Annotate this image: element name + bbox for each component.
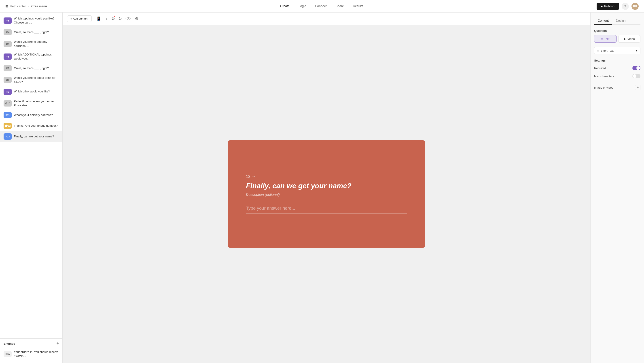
question-item-7[interactable]: ⊘ 7 Great, so that's ___ , right? [0, 63, 62, 74]
question-badge-10: ⊘ 10 [4, 100, 12, 107]
question-text-8: Would you like to add a drink for $1.00? [14, 76, 59, 84]
question-description[interactable]: Description (optional) [246, 193, 407, 197]
settings-title: Settings [594, 59, 640, 62]
top-navigation: ⊞ Help center › Pizza menu Create Logic … [0, 0, 644, 13]
question-badge-7: ⊘ 7 [4, 65, 12, 71]
question-badge-6: ≡ 6 [4, 54, 12, 60]
notification-dot [114, 16, 116, 17]
text-label: Text [604, 37, 610, 41]
max-characters-toggle[interactable] [632, 74, 640, 78]
gear-icon[interactable]: ⚙ [135, 16, 138, 21]
text-icon: ≡ [601, 37, 603, 41]
video-icon: ▶ [624, 37, 626, 41]
breadcrumb-separator: › [28, 5, 29, 8]
type-text-button[interactable]: ≡ Text [594, 35, 616, 43]
code-icon[interactable]: </> [126, 16, 131, 21]
question-item-13[interactable]: ≡ 13 Finally, can we get your name? [0, 131, 62, 142]
max-characters-label: Max characters [594, 75, 614, 78]
ending-badge: ▤ A [4, 351, 12, 357]
tab-content[interactable]: Content [594, 17, 612, 25]
question-badge-13: ≡ 13 [4, 133, 12, 140]
tab-share[interactable]: Share [331, 3, 348, 10]
sidebar: ≡ 3 Which toppings would you like? Choos… [0, 13, 62, 363]
main-layout: ≡ 3 Which toppings would you like? Choos… [0, 13, 644, 363]
canvas-wrapper: 13 → Finally, can we get your name? Desc… [62, 25, 590, 363]
avatar[interactable]: RH [632, 3, 639, 10]
question-text-6: Which ADDITIONAL toppings would you... [14, 53, 59, 61]
question-text-4: Great, so that's ___ , right? [14, 30, 59, 34]
mobile-preview-icon[interactable]: 📱 [96, 16, 101, 21]
publish-play-icon: ▶ [601, 5, 603, 8]
question-text-12: Thanks! And your phone number? [14, 124, 59, 128]
question-text-7: Great, so that's ___ , right? [14, 66, 59, 70]
question-canvas: 13 → Finally, can we get your name? Desc… [228, 140, 425, 248]
help-button[interactable]: ? [622, 3, 629, 10]
right-panel: Content Design Question ≡ Text ▶ Video ≡… [590, 13, 644, 363]
refresh-icon[interactable]: ↻ [118, 16, 122, 21]
question-item-10[interactable]: ⊘ 10 Perfect! Let's review your order. P… [0, 97, 62, 110]
question-text-5: Would you like to add any additional... [14, 40, 59, 48]
tab-connect[interactable]: Connect [310, 3, 331, 10]
max-characters-setting: Max characters [594, 74, 640, 78]
question-item-8[interactable]: ⊘ 8 Would you like to add a drink for $1… [0, 74, 62, 86]
short-text-icon: ≡ [597, 49, 599, 52]
breadcrumb: ⊞ Help center › Pizza menu [5, 5, 47, 8]
ending-item-1[interactable]: ▤ A Your order's in! You should receive … [4, 348, 59, 360]
question-title[interactable]: Finally, can we get your name? [246, 182, 407, 190]
image-video-section: Image or video + [594, 83, 640, 92]
breadcrumb-parent[interactable]: Help center [10, 5, 26, 8]
question-item-3[interactable]: ≡ 3 Which toppings would you like? Choos… [0, 14, 62, 27]
question-item-6[interactable]: ≡ 6 Which ADDITIONAL toppings would you.… [0, 50, 62, 63]
add-ending-button[interactable]: + [56, 341, 59, 346]
endings-section: Endings + ▤ A Your order's in! You shoul… [0, 338, 62, 363]
question-section-title: Question [594, 29, 640, 33]
ending-text: Your order's in! You should receive it w… [14, 350, 59, 358]
image-video-label: Image or video [594, 86, 613, 89]
question-item-12[interactable]: ☎ 12 Thanks! And your phone number? [0, 120, 62, 131]
toolbar: + Add content 📱 ▷ ⚙ ↻ </> ⚙ [62, 13, 590, 25]
tab-logic[interactable]: Logic [294, 3, 310, 10]
answer-input-placeholder[interactable]: Type your answer here... [246, 206, 407, 214]
grid-icon: ⊞ [5, 5, 8, 8]
nav-right-actions: ▶ Publish ? RH [596, 3, 639, 10]
question-badge-11: ≡ 11 [4, 112, 12, 118]
question-badge-9: ≡ 9 [4, 89, 12, 95]
question-badge-8: ⊘ 8 [4, 77, 12, 83]
panel-tabs: Content Design [594, 17, 640, 25]
add-media-button[interactable]: + [635, 85, 640, 90]
chevron-down-icon: ▾ [636, 49, 638, 52]
endings-title: Endings [4, 342, 15, 345]
toolbar-icons: 📱 ▷ ⚙ ↻ </> ⚙ [96, 16, 138, 21]
required-toggle[interactable] [632, 66, 640, 70]
question-item-11[interactable]: ≡ 11 What's your delivery address? [0, 110, 62, 120]
question-badge-5: ⊘ 5 [4, 41, 12, 47]
question-badge-12: ☎ 12 [4, 123, 12, 129]
question-item-4[interactable]: ⊘ 4 Great, so that's ___ , right? [0, 27, 62, 38]
question-text-3: Which toppings would you like? Choose up… [14, 17, 59, 25]
add-content-button[interactable]: + Add content [67, 16, 92, 22]
question-text-11: What's your delivery address? [14, 113, 59, 117]
tab-results[interactable]: Results [348, 3, 368, 10]
settings-icon[interactable]: ⚙ [111, 16, 115, 21]
tab-create[interactable]: Create [276, 3, 294, 10]
required-setting: Required [594, 66, 640, 70]
content-area: + Add content 📱 ▷ ⚙ ↻ </> ⚙ 13 → Finally… [62, 13, 590, 363]
publish-label: Publish [604, 5, 614, 8]
breadcrumb-current: Pizza menu [30, 5, 47, 8]
question-item-5[interactable]: ⊘ 5 Would you like to add any additional… [0, 38, 62, 50]
play-preview-icon[interactable]: ▷ [105, 16, 108, 21]
question-badge-4: ⊘ 4 [4, 29, 12, 35]
publish-button[interactable]: ▶ Publish [596, 3, 619, 10]
type-video-button[interactable]: ▶ Video [618, 35, 641, 43]
short-text-label: Short Text [600, 49, 614, 52]
tab-design[interactable]: Design [612, 17, 629, 25]
nav-tabs: Create Logic Connect Share Results [276, 3, 368, 10]
question-text-10: Perfect! Let's review your order. Pizza … [14, 99, 59, 107]
question-text-13: Finally, can we get your name? [14, 135, 59, 139]
video-label: Video [628, 37, 635, 41]
question-number: 13 → [246, 174, 407, 179]
question-type-dropdown[interactable]: ≡ Short Text ▾ [594, 47, 640, 54]
question-text-9: Which drink would you like? [14, 90, 59, 94]
question-item-9[interactable]: ≡ 9 Which drink would you like? [0, 86, 62, 97]
questions-list: ≡ 3 Which toppings would you like? Choos… [0, 13, 62, 338]
